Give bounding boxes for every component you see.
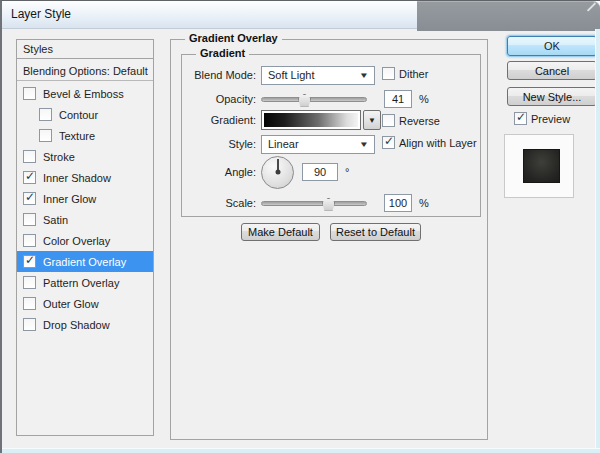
angle-input[interactable]: 90 [302, 163, 338, 181]
style-dropdown[interactable]: Linear ▼ [261, 135, 375, 154]
preview-checkbox-box[interactable] [514, 112, 527, 125]
effect-checkbox[interactable] [39, 129, 52, 142]
chevron-down-icon: ▼ [359, 140, 369, 149]
style-list-item-label: Inner Shadow [43, 172, 111, 184]
style-list-item-label: Outer Glow [43, 298, 99, 310]
window-border-bottom [2, 448, 600, 453]
effect-checkbox[interactable] [23, 297, 36, 310]
angle-dial[interactable] [261, 156, 294, 189]
style-list-item-label: Inner Glow [43, 193, 96, 205]
reverse-checkbox[interactable]: Reverse [382, 114, 440, 127]
cancel-button[interactable]: Cancel [507, 61, 597, 80]
gradient-swatch[interactable] [261, 110, 361, 130]
style-value: Linear [268, 138, 299, 150]
blend-mode-label: Blend Mode: [182, 69, 256, 81]
opacity-label: Opacity: [182, 93, 256, 105]
reverse-label: Reverse [399, 115, 440, 127]
style-preview-thumbnail [523, 149, 560, 183]
style-list-item-drop-shadow[interactable]: Drop Shadow [17, 314, 153, 335]
blend-mode-dropdown[interactable]: Soft Light ▼ [261, 66, 375, 85]
style-list-item-inner-shadow[interactable]: Inner Shadow [17, 167, 153, 188]
dither-checkbox-box[interactable] [382, 67, 395, 80]
gradient-group: Gradient Blend Mode: Soft Light ▼ Dither… [181, 54, 481, 217]
gradient-picker-arrow-button[interactable]: ▼ [363, 110, 381, 130]
effect-checkbox[interactable] [23, 171, 36, 184]
style-list-item-contour[interactable]: Contour [17, 104, 153, 125]
effect-checkbox[interactable] [23, 87, 36, 100]
style-list-item-label: Pattern Overlay [43, 277, 119, 289]
style-list-item-pattern-overlay[interactable]: Pattern Overlay [17, 272, 153, 293]
style-list-item-inner-glow[interactable]: Inner Glow [17, 188, 153, 209]
style-list-item-label: Bevel & Emboss [43, 88, 124, 100]
scale-slider-thumb[interactable] [322, 198, 335, 211]
style-list-item-label: Blending Options: Default [23, 65, 148, 77]
opacity-input[interactable]: 41 [384, 90, 412, 108]
gradient-label: Gradient: [182, 114, 256, 126]
gradient-preview [264, 113, 358, 127]
effect-checkbox[interactable] [39, 108, 52, 121]
style-list-item-label: Satin [43, 214, 68, 226]
gradient-group-label: Gradient [196, 47, 249, 59]
style-list-item-color-overlay[interactable]: Color Overlay [17, 230, 153, 251]
effect-checkbox[interactable] [23, 318, 36, 331]
layer-style-dialog: Layer Style Styles Blending Options: Def… [0, 0, 600, 453]
scale-input[interactable]: 100 [384, 194, 412, 212]
ok-button[interactable]: OK [507, 36, 597, 56]
style-list-item-label: Texture [59, 130, 95, 142]
scale-unit: % [419, 197, 429, 209]
opacity-slider[interactable] [261, 97, 367, 102]
style-list-item-label: Stroke [43, 151, 75, 163]
style-label: Style: [182, 138, 256, 150]
style-list-item-label: Color Overlay [43, 235, 110, 247]
style-list-item-label: Drop Shadow [43, 319, 110, 331]
align-with-layer-label: Align with Layer [399, 137, 477, 149]
style-list-item-bevel-emboss[interactable]: Bevel & Emboss [17, 83, 153, 104]
opacity-unit: % [419, 93, 429, 105]
styles-panel-header: Styles [16, 39, 154, 59]
scale-label: Scale: [182, 197, 256, 209]
dither-checkbox[interactable]: Dither [382, 67, 428, 80]
angle-label: Angle: [182, 166, 256, 178]
scale-slider[interactable] [261, 201, 367, 206]
style-list-item-label: Contour [59, 109, 98, 121]
reverse-checkbox-box[interactable] [382, 114, 395, 127]
preview-label: Preview [531, 113, 570, 125]
effect-checkbox[interactable] [23, 213, 36, 226]
preview-checkbox[interactable]: Preview [514, 112, 570, 125]
reset-to-default-button[interactable]: Reset to Default [330, 223, 421, 241]
align-with-layer-checkbox-box[interactable] [382, 136, 395, 149]
effect-checkbox[interactable] [23, 150, 36, 163]
chevron-down-icon: ▼ [368, 116, 376, 125]
style-list-item-gradient-overlay[interactable]: Gradient Overlay [17, 251, 153, 272]
make-default-button[interactable]: Make Default [241, 223, 320, 241]
gradient-overlay-group-label: Gradient Overlay [185, 32, 282, 44]
style-preview-panel [504, 134, 574, 198]
blend-mode-value: Soft Light [268, 69, 314, 81]
dither-label: Dither [399, 68, 428, 80]
effect-checkbox[interactable] [23, 276, 36, 289]
opacity-slider-thumb[interactable] [298, 94, 311, 107]
style-list-item-satin[interactable]: Satin [17, 209, 153, 230]
new-style-button[interactable]: New Style... [507, 87, 597, 106]
style-list-item-stroke[interactable]: Stroke [17, 146, 153, 167]
effect-checkbox[interactable] [23, 234, 36, 247]
window-border-right [595, 29, 600, 453]
effect-checkbox[interactable] [23, 192, 36, 205]
style-list-item-outer-glow[interactable]: Outer Glow [17, 293, 153, 314]
chevron-down-icon: ▼ [359, 71, 369, 80]
styles-list: Blending Options: DefaultBevel & EmbossC… [16, 58, 154, 436]
gradient-overlay-group: Gradient Overlay Gradient Blend Mode: So… [170, 39, 488, 440]
effect-checkbox[interactable] [23, 255, 36, 268]
style-list-item-texture[interactable]: Texture [17, 125, 153, 146]
angle-unit: ° [345, 166, 349, 178]
style-list-item-blending-options-default[interactable]: Blending Options: Default [17, 61, 153, 81]
overlapping-window-corner [417, 1, 600, 31]
style-list-item-label: Gradient Overlay [43, 256, 126, 268]
align-with-layer-checkbox[interactable]: Align with Layer [382, 136, 477, 149]
